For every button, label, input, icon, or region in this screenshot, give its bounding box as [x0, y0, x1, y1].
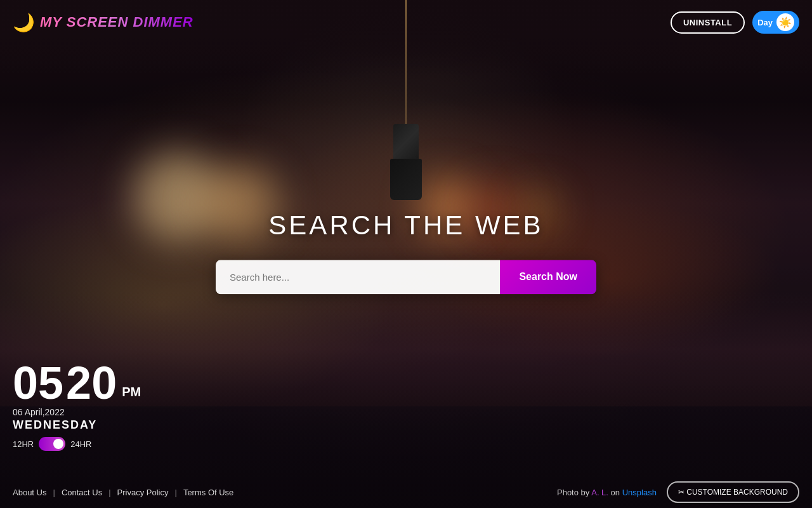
day-night-toggle[interactable]: Day ☀️	[752, 11, 799, 34]
footer-sep-2: |	[108, 488, 110, 497]
photo-credit-prefix: Photo by	[557, 488, 589, 497]
search-button[interactable]: Search Now	[500, 260, 596, 294]
clock-hour: 05	[13, 360, 63, 406]
footer-sep-1: |	[53, 488, 55, 497]
footer-link-about[interactable]: About Us	[13, 488, 46, 497]
format-12hr-label: 12HR	[13, 439, 34, 449]
logo-icon: 🌙	[13, 12, 35, 33]
footer-link-terms[interactable]: Terms Of Use	[183, 488, 233, 497]
footer: About Us | Contact Us | Privacy Policy |…	[0, 476, 812, 508]
search-bar: Search Now	[216, 260, 596, 294]
clock-date: 06 April,2022	[13, 407, 141, 417]
search-title: SEARCH THE WEB	[216, 210, 596, 241]
toggle-sun-icon: ☀️	[776, 13, 794, 31]
photo-credit-author[interactable]: A. L.	[591, 488, 608, 497]
uninstall-button[interactable]: UNINSTALL	[671, 11, 745, 34]
clock-ampm: PM	[122, 385, 141, 406]
customize-background-button[interactable]: ✂ CUSTOMIZE BACKGROUND	[667, 481, 799, 503]
footer-link-privacy[interactable]: Privacy Policy	[117, 488, 169, 497]
header-controls: UNINSTALL Day ☀️	[671, 11, 799, 34]
photo-credit-platform[interactable]: Unsplash	[622, 488, 657, 497]
format-24hr-label: 24HR	[70, 439, 91, 449]
search-input[interactable]	[216, 260, 500, 294]
logo: 🌙 MY SCREEN DIMMER	[13, 12, 193, 33]
ornament-tag	[390, 159, 422, 200]
photo-credit-on: on	[611, 488, 622, 497]
clock-minute: 20	[66, 360, 117, 406]
clock-day: WEDNESDAY	[13, 418, 141, 432]
format-toggle-knob	[53, 439, 63, 449]
time-format-toggle: 12HR 24HR	[13, 437, 141, 451]
clock-time: 05 20 PM	[13, 360, 141, 406]
footer-link-contact[interactable]: Contact Us	[62, 488, 102, 497]
format-toggle-switch[interactable]	[39, 437, 65, 451]
footer-right: Photo by A. L. on Unsplash ✂ CUSTOMIZE B…	[557, 481, 799, 503]
clock-widget: 05 20 PM 06 April,2022 WEDNESDAY 12HR 24…	[13, 360, 141, 451]
footer-links: About Us | Contact Us | Privacy Policy |…	[13, 488, 233, 497]
header: 🌙 MY SCREEN DIMMER UNINSTALL Day ☀️	[0, 0, 812, 44]
logo-text: MY SCREEN DIMMER	[40, 14, 193, 30]
footer-sep-3: |	[175, 488, 177, 497]
photo-credit: Photo by A. L. on Unsplash	[557, 488, 657, 497]
main-content: SEARCH THE WEB Search Now	[216, 210, 596, 294]
day-label: Day	[757, 18, 773, 27]
